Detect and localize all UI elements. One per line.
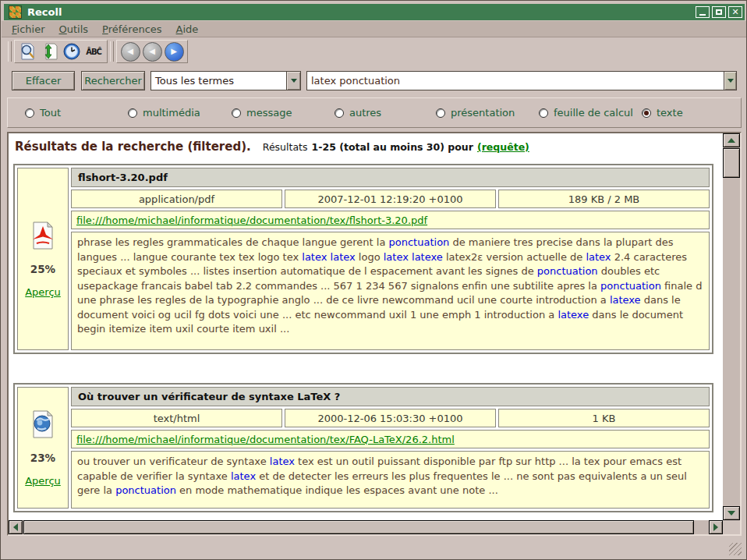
snippet-highlight: ponctuation: [115, 484, 176, 496]
window-title: Recoll: [27, 6, 693, 18]
result-mime: text/html: [71, 409, 282, 427]
results-list: Résultats de la recherche (filtered). Ré…: [9, 133, 723, 520]
toolbar-group-main: ÂBĈ: [14, 40, 108, 63]
arrow-right-icon: [713, 523, 718, 531]
toolbar-handle-2[interactable]: [110, 41, 114, 62]
result-size: 1 KB: [498, 409, 710, 427]
clear-button[interactable]: Effacer: [12, 71, 75, 90]
result-relevance: 23%: [19, 452, 67, 464]
horizontal-scrollbar[interactable]: [9, 520, 723, 534]
radio-icon: [436, 108, 445, 118]
recoll-window: Recoll ✕ FichierOutilsPréférencesAide: [0, 0, 747, 560]
search-query-arrow-button[interactable]: [724, 72, 736, 90]
preview-link[interactable]: Aperçu: [25, 475, 61, 487]
next-page-button[interactable]: ▶: [163, 41, 185, 62]
horizontal-scroll-thumb[interactable]: [23, 520, 694, 534]
results-frame: Résultats de la recherche (filtered). Ré…: [7, 132, 742, 536]
result-title: Où trouver un vérificateur de syntaxe La…: [71, 387, 710, 406]
snippet-highlight: latex: [270, 455, 295, 467]
result-url-cell: file:///home/michael/informatique/docume…: [71, 211, 710, 229]
app-icon: [9, 5, 22, 19]
search-mode-select[interactable]: Tous les termes: [150, 71, 301, 90]
title-bar[interactable]: Recoll ✕: [4, 4, 745, 20]
filter-option-label: texte: [657, 107, 683, 119]
history-button[interactable]: [61, 41, 83, 62]
search-mode-value: Tous les termes: [151, 75, 286, 87]
result-relevance: 25%: [19, 263, 67, 275]
result-url-link[interactable]: file:///home/michael/informatique/docume…: [76, 214, 427, 226]
filter-option-autres[interactable]: autres: [335, 107, 381, 119]
vertical-scrollbar[interactable]: [723, 133, 740, 520]
result-size: 189 KB / 2 MB: [498, 190, 710, 208]
filter-option-multim-dia[interactable]: multimédia: [128, 107, 200, 119]
search-query-input[interactable]: latex ponctuation: [306, 71, 737, 90]
snippet-highlight: latex latexe: [384, 251, 443, 263]
arrow-left-icon: [13, 523, 18, 531]
snippet-highlight: ponctuation: [600, 280, 661, 292]
filter-option-label: autres: [349, 107, 381, 119]
arrow-up-icon: [728, 138, 735, 143]
snippet-text: latex2ε version actuelle de: [443, 251, 586, 263]
preview-link[interactable]: Aperçu: [25, 286, 61, 298]
menu-item-outils[interactable]: Outils: [52, 22, 96, 37]
minimize-button[interactable]: [696, 6, 710, 18]
menu-item-prfrences[interactable]: Préférences: [95, 22, 168, 37]
scroll-left-button[interactable]: [9, 520, 23, 534]
search-button[interactable]: Rechercher: [81, 71, 145, 90]
query-link[interactable]: (requête): [477, 141, 529, 153]
filter-option-label: Tout: [40, 107, 61, 119]
scroll-right-button[interactable]: [709, 520, 723, 534]
menu-item-aide[interactable]: Aide: [169, 22, 206, 37]
close-button[interactable]: ✕: [728, 6, 742, 18]
radio-icon: [128, 108, 137, 118]
filter-option-feuille-de-calcul[interactable]: feuille de calcul: [539, 107, 633, 119]
filter-option-message[interactable]: message: [232, 107, 292, 119]
menu-item-fichier[interactable]: Fichier: [5, 22, 52, 37]
search-button-label: Rechercher: [84, 75, 142, 87]
snippet-highlight: latex: [231, 470, 256, 482]
result-url-link[interactable]: file:///home/michael/informatique/docume…: [76, 434, 455, 445]
radio-icon: [539, 108, 548, 118]
toolbar-group-nav: ◀ ◀ ▶: [116, 40, 188, 63]
filter-option-pr-sentation[interactable]: présentation: [436, 107, 515, 119]
snippet-highlight: ponctuation: [389, 236, 450, 248]
search-mode-arrow-button[interactable]: [286, 72, 300, 90]
sort-by-date-button[interactable]: [39, 41, 61, 62]
result-date: 2007-12-01 12:19:20 +0100: [285, 190, 496, 208]
snippet-highlight: latex: [586, 251, 611, 263]
snippet-highlight: latexe: [558, 309, 589, 321]
radio-icon: [232, 108, 241, 118]
first-page-button[interactable]: ◀: [119, 41, 141, 62]
filter-option-label: message: [246, 107, 292, 119]
filter-option-tout[interactable]: Tout: [25, 107, 61, 119]
result-snippet: ou trouver un verificateur de syntaxe la…: [71, 451, 710, 509]
scroll-down-button[interactable]: [723, 506, 740, 520]
scroll-up-button[interactable]: [723, 133, 740, 147]
result-url-cell: file:///home/michael/informatique/docume…: [71, 430, 710, 448]
toolbar: ÂBĈ ◀ ◀ ▶: [5, 40, 188, 63]
preview-button[interactable]: [17, 41, 39, 62]
results-container: 25%Aperçuflshort-3.20.pdfapplication/pdf…: [9, 164, 723, 512]
sort-by-date-icon: [41, 42, 59, 61]
result-table: 25%Aperçuflshort-3.20.pdfapplication/pdf…: [13, 164, 713, 354]
result-snippet: phrase les regles grammaticales de chaqu…: [71, 232, 710, 350]
filter-option-texte[interactable]: texte: [642, 107, 683, 119]
close-icon: ✕: [731, 8, 738, 16]
first-page-icon: ◀: [121, 42, 140, 62]
snippet-text: logo: [356, 251, 384, 263]
maximize-button[interactable]: [712, 6, 726, 18]
radio-icon: [25, 108, 34, 118]
vertical-scroll-thumb[interactable]: [723, 148, 740, 178]
filetype-filter-bar: Toutmultimédiamessageautresprésentationf…: [7, 97, 742, 128]
term-explorer-button[interactable]: ÂBĈ: [83, 41, 104, 62]
prev-page-button[interactable]: ◀: [141, 41, 163, 62]
result-date: 2000-12-06 15:03:30 +0100: [285, 409, 496, 427]
snippet-highlight: latexe: [610, 294, 641, 306]
results-count-range: 1-25 (total au moins 30) pour: [312, 141, 473, 153]
result-mime: application/pdf: [71, 190, 282, 208]
scrollbar-corner: [723, 520, 740, 534]
preview-icon: [19, 42, 37, 61]
toolbar-handle[interactable]: [8, 41, 12, 62]
snippet-text: phrase les regles grammaticales de chaqu…: [77, 236, 389, 248]
resize-grip[interactable]: [729, 543, 742, 555]
